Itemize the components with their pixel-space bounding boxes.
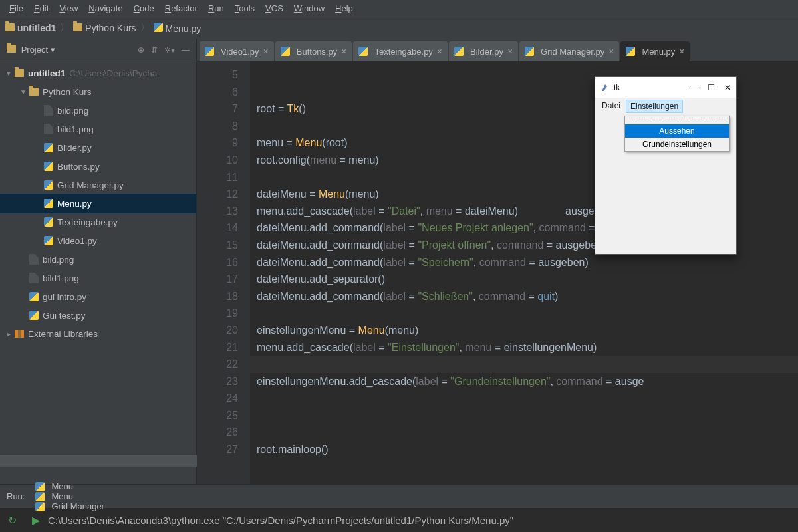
tab-close-icon[interactable]: × [263,46,269,57]
tk-feather-icon [600,83,610,92]
tab-buttons-py[interactable]: Buttons.py× [275,41,352,61]
tearoff-handle[interactable] [628,118,726,123]
folder-icon [73,23,82,31]
tk-menu-einstellungen[interactable]: Einstellungen [626,100,683,113]
menu-run[interactable]: Run [203,2,229,15]
tk-menubar[interactable]: DateiEinstellungen [595,98,736,114]
tree-item-bilder-py[interactable]: Bilder.py [0,138,196,157]
tree-item-gui-intro-py[interactable]: gui intro.py [0,287,196,306]
breadcrumb-project[interactable]: untitled1 [5,23,56,33]
tk-dropdown-menu[interactable]: AussehenGrundeinstellungen [624,116,730,152]
breadcrumbs: untitled1 〉 Python Kurs 〉 Menu.py [0,17,798,39]
menu-help[interactable]: Help [330,2,358,15]
run-label: Run: [7,491,25,501]
tree-item-bild1-png[interactable]: bild1.png [0,269,196,287]
menu-code[interactable]: Code [128,2,160,15]
project-sidebar: Project ▾ ⊕ ⇵ ✲▾ — ▼untitled1C:\Users\De… [0,39,197,484]
rerun-button[interactable]: ↻ [0,514,24,527]
tk-app-window[interactable]: tk — ☐ ✕ DateiEinstellungen AussehenGrun… [595,76,737,255]
menu-refactor[interactable]: Refactor [160,2,203,15]
menu-tools[interactable]: Tools [229,2,260,15]
tk-titlebar[interactable]: tk — ☐ ✕ [595,77,736,98]
tree-item-video1-py[interactable]: Video1.py [0,231,196,250]
menu-edit[interactable]: Edit [29,2,54,15]
tk-title-text: tk [614,83,620,92]
breadcrumb-folder[interactable]: Python Kurs [73,23,136,33]
tab-menu-py[interactable]: Menu.py× [620,41,690,61]
project-tree[interactable]: ▼untitled1C:\Users\Denis\Pycha▼Python Ku… [0,61,196,484]
console-output: C:\Users\Denis\Anaconda3\python.exe "C:/… [48,515,513,526]
chevron-right-icon: 〉 [140,22,150,34]
menu-file[interactable]: File [4,2,29,15]
collapse-icon[interactable]: ⇵ [151,45,158,55]
tree-item-external-libraries[interactable]: ▸External Libraries [0,325,196,343]
menu-navigate[interactable]: Navigate [83,2,128,15]
line-gutter: 5678910111213141516171819202122232425262… [197,61,250,484]
run-button[interactable]: ▶ [24,514,48,527]
breadcrumb-file[interactable]: Menu.py [154,23,201,34]
main-menubar[interactable]: FileEditViewNavigateCodeRefactorRunTools… [0,0,798,17]
python-file-icon [154,23,163,32]
tree-item-python-kurs[interactable]: ▼Python Kurs [0,82,196,101]
menu-window[interactable]: Window [289,2,330,15]
tree-item-grid-manager-py[interactable]: Grid Manager.py [0,176,196,194]
tree-item-texteingabe-py[interactable]: Texteingabe.py [0,213,196,231]
tk-menu-datei[interactable]: Datei [598,100,624,113]
tab-close-icon[interactable]: × [608,46,614,57]
tab-close-icon[interactable]: × [341,46,346,57]
tab-video1-py[interactable]: Video1.py× [200,41,274,61]
editor-tabs[interactable]: Video1.py×Buttons.py×Texteingabe.py×Bild… [197,39,798,61]
chevron-right-icon: 〉 [60,22,69,34]
tab-texteingabe-py[interactable]: Texteingabe.py× [353,41,448,61]
target-icon[interactable]: ⊕ [138,45,144,55]
tab-close-icon[interactable]: × [437,46,442,57]
tab-close-icon[interactable]: × [507,46,513,57]
folder-icon [5,23,15,31]
minimize-icon[interactable]: — [690,83,698,92]
maximize-icon[interactable]: ☐ [708,83,715,92]
tab-grid-manager-py[interactable]: Grid Manager.py× [519,41,619,61]
tab-bilder-py[interactable]: Bilder.py× [449,41,518,61]
tab-close-icon[interactable]: × [679,46,684,57]
tk-item-grundeinstellungen[interactable]: Grundeinstellungen [625,138,729,151]
tree-item-bild1-png[interactable]: bild1.png [0,120,196,138]
hide-icon[interactable]: — [182,45,190,55]
run-config-menu[interactable]: Menu [35,481,104,491]
tree-item-menu-py[interactable]: Menu.py [0,194,196,213]
sidebar-title[interactable]: Project ▾ [7,45,55,55]
menu-vcs[interactable]: VCS [260,2,289,15]
tk-item-aussehen[interactable]: Aussehen [625,124,729,138]
close-icon[interactable]: ✕ [724,83,731,92]
tree-item-bild-png[interactable]: bild.png [0,250,196,269]
run-toolwindow-bar: Run: Menu Menu Grid Manager [0,484,798,508]
sidebar-scrollbar[interactable] [0,455,197,467]
project-icon [7,45,16,53]
settings-gear-icon[interactable]: ✲▾ [164,45,175,55]
tree-item-bild-png[interactable]: bild.png [0,101,196,120]
tree-item--b-untitled1-b-[interactable]: ▼untitled1C:\Users\Denis\Pycha [0,64,196,82]
run-console[interactable]: ↻ ▶ C:\Users\Denis\Anaconda3\python.exe … [0,508,798,532]
menu-view[interactable]: View [54,2,83,15]
run-config-grid-manager[interactable]: Grid Manager [35,501,104,511]
tree-item-gui-test-py[interactable]: Gui test.py [0,306,196,325]
tree-item-buttons-py[interactable]: Buttons.py [0,157,196,176]
run-config-menu[interactable]: Menu [35,491,104,501]
